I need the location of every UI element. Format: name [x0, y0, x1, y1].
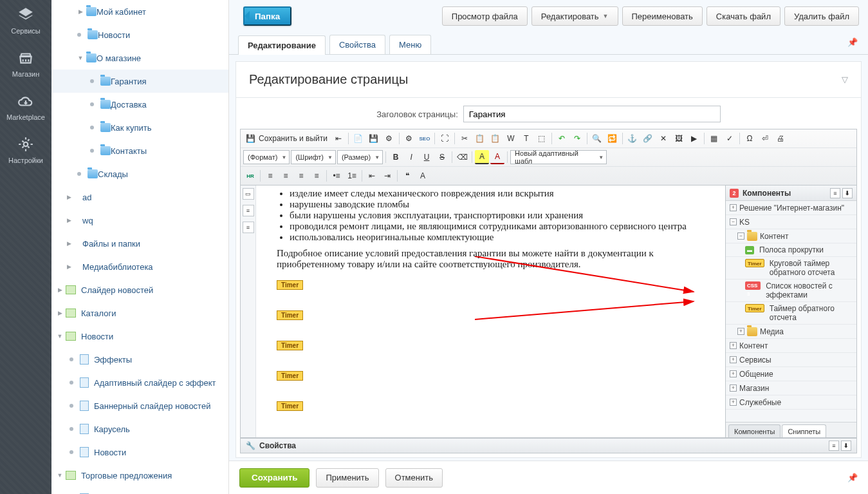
tree-catalogs[interactable]: ▶Каталоги — [51, 301, 228, 325]
tree-warranty[interactable]: Гарантия — [51, 70, 228, 93]
gutter-btn-1[interactable]: ▭ — [243, 188, 254, 200]
tab-menu[interactable]: Меню — [389, 35, 431, 54]
align-justify-icon[interactable]: ≡ — [309, 169, 324, 183]
text-color-icon[interactable]: A — [490, 150, 504, 164]
cancel-button[interactable]: Отменить — [385, 468, 443, 488]
outdent-icon[interactable]: ⇤ — [365, 169, 379, 183]
timer-component[interactable]: Timer — [277, 341, 303, 350]
apply-button[interactable]: Применить — [316, 468, 378, 488]
settings-icon[interactable]: ⚙ — [402, 131, 416, 146]
paste-text-icon[interactable]: T — [519, 131, 533, 146]
save-icon[interactable]: 💾 — [243, 131, 257, 146]
tree-delivery[interactable]: Доставка — [51, 93, 228, 116]
tree-clothes[interactable]: Одежда (предложения) — [51, 487, 228, 494]
list-view-icon[interactable]: ≡ — [829, 441, 839, 451]
save-button[interactable]: Сохранить — [239, 468, 309, 488]
editor-content[interactable]: изделие имеет следы механического повреж… — [256, 185, 725, 437]
edit-button[interactable]: Редактировать▼ — [531, 6, 618, 26]
title-input[interactable] — [463, 106, 721, 122]
vnav-shop[interactable]: Магазин — [0, 43, 51, 86]
select-all-icon[interactable]: ⬚ — [535, 131, 549, 146]
comp-row-service[interactable]: +Служебные — [726, 395, 856, 410]
tree-ad[interactable]: ▶ad — [51, 185, 228, 209]
comp-row-ks[interactable]: −KS — [726, 215, 856, 229]
comp-row-content-folder[interactable]: −Контент — [726, 229, 856, 243]
tree-contacts[interactable]: Контакты — [51, 139, 228, 162]
comp-item-scroll[interactable]: ▬Полоса прокрутки — [726, 243, 856, 257]
tree-media[interactable]: ▶Медиабиблиотека — [51, 255, 228, 278]
gutter-btn-2[interactable]: ≡ — [243, 205, 254, 216]
exit-icon[interactable]: ⇤ — [331, 131, 346, 146]
tree-banner-slider[interactable]: Баннерный слайдер новостей — [51, 394, 228, 417]
tree-about[interactable]: ▼О магазине — [51, 46, 228, 70]
vnav-marketplace[interactable]: Marketplace — [0, 86, 51, 129]
comp-tab-snippets[interactable]: Сниппеты — [782, 424, 826, 437]
tree-slider[interactable]: ▶Слайдер новостей — [51, 278, 228, 301]
pin-icon[interactable]: 📌 — [847, 473, 858, 482]
comp-row-services[interactable]: +Сервисы — [726, 353, 856, 367]
video-icon[interactable]: ▶ — [687, 131, 701, 146]
rename-button[interactable]: Переименовать — [622, 6, 703, 26]
replace-icon[interactable]: 🔁 — [605, 131, 620, 146]
tree-plain-news[interactable]: Новости — [51, 441, 228, 464]
align-left-icon[interactable]: ≡ — [263, 169, 277, 183]
vnav-services[interactable]: Сервисы — [0, 0, 51, 43]
page-break-icon[interactable]: ⏎ — [758, 131, 772, 146]
clear-format-icon[interactable]: ⌫ — [455, 150, 469, 164]
comp-item-countdown[interactable]: TimerТаймер обратного отсчета — [726, 302, 856, 325]
cut-icon[interactable]: ✂ — [457, 131, 472, 146]
code-icon[interactable]: ⚙ — [382, 131, 396, 146]
align-right-icon[interactable]: ≡ — [294, 169, 308, 183]
folder-back-button[interactable]: Папка — [243, 6, 291, 26]
underline-icon[interactable]: U — [420, 150, 434, 164]
timer-component[interactable]: Timer — [277, 401, 303, 411]
comp-item-circtimer[interactable]: TimerКруговой таймер обратного отсчета — [726, 257, 856, 280]
timer-component[interactable]: Timer — [277, 280, 303, 290]
tree-adapt-slider[interactable]: Адаптивный слайдер с эффект — [51, 371, 228, 394]
download-icon[interactable]: ⬇ — [841, 441, 851, 451]
unlink-icon[interactable]: ✕ — [656, 131, 670, 146]
image-icon[interactable]: 🖼 — [672, 131, 686, 146]
tree-news[interactable]: Новости — [51, 23, 228, 46]
tree-carousel[interactable]: Карусель — [51, 417, 228, 441]
quote-icon[interactable]: ❝ — [400, 169, 414, 183]
template-select[interactable]: Новый адаптивный шабл — [510, 150, 607, 164]
tree-effects[interactable]: Эффекты — [51, 348, 228, 371]
view-file-button[interactable]: Просмотр файла — [442, 6, 528, 26]
vnav-settings[interactable]: Настройки — [0, 129, 51, 173]
save-exit-label[interactable]: Сохранить и выйти — [259, 134, 328, 143]
comp-row-shop[interactable]: +Магазин — [726, 381, 856, 395]
ol-icon[interactable]: 1≡ — [345, 169, 359, 183]
tab-edit[interactable]: Редактирование — [238, 35, 326, 55]
download-button[interactable]: Скачать файл — [706, 6, 780, 26]
hr-icon[interactable]: HR — [243, 169, 257, 183]
indent-icon[interactable]: ⇥ — [380, 169, 394, 183]
paste-word-icon[interactable]: W — [504, 131, 518, 146]
anchor-icon[interactable]: ⚓ — [625, 131, 640, 146]
gutter-btn-3[interactable]: ≡ — [243, 222, 254, 233]
sub-icon[interactable]: A — [416, 169, 430, 183]
ul-icon[interactable]: •≡ — [329, 169, 344, 183]
delete-button[interactable]: Удалить файл — [784, 6, 859, 26]
timer-component[interactable]: Timer — [277, 310, 303, 320]
list-view-icon[interactable]: ≡ — [830, 188, 840, 198]
spellcheck-icon[interactable]: ✓ — [723, 131, 737, 146]
fullscreen-icon[interactable]: ⛶ — [438, 131, 452, 146]
bg-color-icon[interactable]: A — [475, 150, 489, 164]
font-select[interactable]: (Шрифт) — [291, 150, 336, 164]
format-select[interactable]: (Формат) — [243, 150, 290, 164]
paste-icon[interactable]: 📋 — [488, 131, 503, 146]
redo-icon[interactable]: ↷ — [570, 131, 584, 146]
tree-warehouses[interactable]: Склады — [51, 162, 228, 185]
tab-props[interactable]: Свойства — [329, 35, 385, 54]
tree-my-cabinet[interactable]: ▶Мой кабинет — [51, 0, 228, 23]
find-icon[interactable]: 🔍 — [590, 131, 604, 146]
print-icon[interactable]: 🖨 — [773, 131, 788, 146]
tree-wq[interactable]: ▶wq — [51, 209, 228, 232]
copy-icon[interactable]: 📋 — [473, 131, 487, 146]
bold-icon[interactable]: B — [389, 150, 403, 164]
tree-files[interactable]: ▶Файлы и папки — [51, 232, 228, 255]
download-icon[interactable]: ⬇ — [842, 188, 853, 198]
tree-howtobuy[interactable]: Как купить — [51, 116, 228, 139]
comp-row-solution[interactable]: +Решение "Интернет-магазин" — [726, 201, 856, 215]
